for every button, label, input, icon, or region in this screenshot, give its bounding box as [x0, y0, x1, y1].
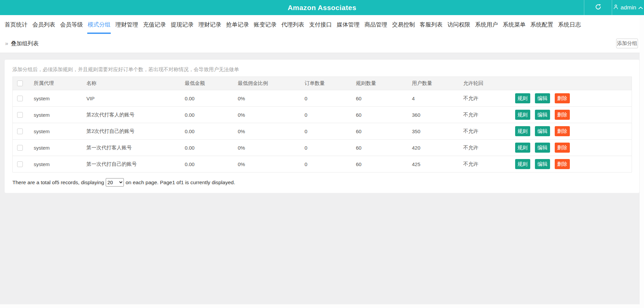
refresh-button[interactable] — [584, 0, 612, 15]
user-menu[interactable]: admin — [612, 0, 644, 15]
rule-button[interactable]: 规则 — [515, 143, 530, 153]
cell-min-amount: 0.00 — [185, 156, 238, 172]
pagination-text-before: There are a total of5 records, displayin… — [12, 179, 104, 186]
delete-button[interactable]: 删除 — [555, 93, 570, 103]
app-title: Amazon Associates — [0, 0, 644, 15]
select-all-checkbox[interactable] — [17, 81, 23, 86]
nav-item-13[interactable]: 媒体管理 — [336, 15, 360, 34]
user-icon — [613, 4, 618, 11]
refresh-icon — [595, 3, 602, 12]
pagination-text-after: on each page. Page1 of1 is currently dis… — [126, 179, 235, 186]
cell-user-count: 420 — [412, 140, 463, 156]
cell-agent: system — [34, 90, 87, 107]
nav-item-9[interactable]: 抢单记录 — [226, 15, 249, 34]
row-checkbox[interactable] — [17, 112, 23, 118]
cell-min-amount: 0.00 — [185, 140, 238, 156]
edit-button[interactable]: 编辑 — [535, 143, 550, 153]
rule-button[interactable]: 规则 — [515, 126, 530, 136]
col-header-actions — [515, 77, 632, 90]
nav-item-18[interactable]: 系统用户 — [475, 15, 498, 34]
nav-item-17[interactable]: 访问权限 — [447, 15, 470, 34]
cell-agent: system — [34, 140, 87, 156]
col-header-rule-count: 规则数量 — [356, 77, 412, 90]
nav-item-15[interactable]: 交易控制 — [392, 15, 415, 34]
nav-item-20[interactable]: 系统配置 — [530, 15, 554, 34]
nav-item-11[interactable]: 代理列表 — [281, 15, 305, 34]
nav-item-6[interactable]: 充值记录 — [143, 15, 166, 34]
col-header-name: 名称 — [87, 77, 185, 90]
content-panel: 添加分组后，必须添加规则，并且规则需要对应好订单个数，若出现不对称情况，会导致用… — [5, 60, 639, 193]
add-group-button[interactable]: 添加分组 — [616, 39, 638, 48]
cell-min-amount: 0.00 — [185, 123, 238, 140]
row-checkbox[interactable] — [17, 96, 23, 101]
cell-name: 第一次代打客人账号 — [87, 140, 185, 156]
horizontal-scrollbar[interactable] — [0, 304, 640, 308]
table-header-row: 所属代理 名称 最低金额 最低佣金比例 订单数量 规则数量 用户数量 允许轮回 — [13, 77, 632, 90]
cell-user-count: 350 — [412, 123, 463, 140]
cell-rule-count: 60 — [356, 156, 412, 172]
admin-page: { "colors": { "header_bg": "#19bdba", "n… — [0, 0, 644, 308]
table-row: system VIP 0.00 0% 0 60 4 不允许 规则 编辑 删除 — [13, 90, 632, 107]
col-header-user-count: 用户数量 — [412, 77, 463, 90]
rule-button[interactable]: 规则 — [515, 93, 530, 103]
nav-item-16[interactable]: 客服列表 — [419, 15, 443, 34]
vertical-scrollbar[interactable] — [640, 15, 644, 308]
nav-item-4-active[interactable]: 模式分组 — [87, 15, 111, 34]
breadcrumb-arrows-icon: » — [5, 40, 8, 47]
groups-table: 所属代理 名称 最低金额 最低佣金比例 订单数量 规则数量 用户数量 允许轮回 … — [12, 76, 632, 172]
nav-item-5[interactable]: 理财管理 — [115, 15, 139, 34]
cell-agent: system — [34, 123, 87, 140]
table-row: system 第2次代打自己的账号 0.00 0% 0 60 350 不允许 规… — [13, 123, 632, 140]
nav-item-19[interactable]: 系统菜单 — [502, 15, 526, 34]
cell-rule-count: 60 — [356, 107, 412, 123]
cell-order-count: 0 — [305, 90, 356, 107]
cell-min-amount: 0.00 — [185, 107, 238, 123]
rule-button[interactable]: 规则 — [515, 110, 530, 120]
edit-button[interactable]: 编辑 — [535, 159, 550, 169]
page-size-select[interactable]: 20 — [106, 178, 124, 187]
cell-rule-count: 60 — [356, 90, 412, 107]
notice-text: 添加分组后，必须添加规则，并且规则需要对应好订单个数，若出现不对称情况，会导致用… — [12, 66, 632, 73]
delete-button[interactable]: 删除 — [555, 143, 570, 153]
chevron-up-icon — [638, 4, 643, 11]
app-header: Amazon Associates admin — [0, 0, 644, 15]
pagination: There are a total of5 records, displayin… — [12, 178, 632, 187]
nav-item-10[interactable]: 账变记录 — [253, 15, 277, 34]
username-label: admin — [621, 4, 636, 11]
main-nav: 首页统计 会员列表 会员等级 模式分组 理财管理 充值记录 提现记录 理财记录 … — [0, 15, 644, 34]
cell-min-commission: 0% — [238, 140, 305, 156]
edit-button[interactable]: 编辑 — [535, 93, 550, 103]
nav-item-2[interactable]: 会员列表 — [32, 15, 55, 34]
delete-button[interactable]: 删除 — [555, 126, 570, 136]
row-checkbox[interactable] — [17, 129, 23, 134]
nav-item-7[interactable]: 提现记录 — [170, 15, 194, 34]
col-header-order-count: 订单数量 — [305, 77, 356, 90]
cell-order-count: 0 — [305, 156, 356, 172]
nav-item-21[interactable]: 系统日志 — [558, 15, 581, 34]
nav-item-1[interactable]: 首页统计 — [4, 15, 28, 34]
edit-button[interactable]: 编辑 — [535, 110, 550, 120]
toolbar: » 叠加组列表 添加分组 — [0, 34, 644, 53]
row-checkbox[interactable] — [17, 161, 23, 167]
rule-button[interactable]: 规则 — [515, 159, 530, 169]
nav-item-3[interactable]: 会员等级 — [60, 15, 83, 34]
edit-button[interactable]: 编辑 — [535, 126, 550, 136]
cell-min-commission: 0% — [238, 107, 305, 123]
cell-order-count: 0 — [305, 123, 356, 140]
cell-allow-loop: 不允许 — [463, 156, 515, 172]
cell-name: 第2次代打客人的账号 — [87, 107, 185, 123]
delete-button[interactable]: 删除 — [555, 110, 570, 120]
cell-allow-loop: 不允许 — [463, 90, 515, 107]
col-header-agent: 所属代理 — [34, 77, 87, 90]
nav-item-8[interactable]: 理财记录 — [198, 15, 221, 34]
cell-agent: system — [34, 156, 87, 172]
col-header-min-commission: 最低佣金比例 — [238, 77, 305, 90]
nav-item-14[interactable]: 商品管理 — [364, 15, 388, 34]
delete-button[interactable]: 删除 — [555, 159, 570, 169]
cell-user-count: 425 — [412, 156, 463, 172]
breadcrumb-label: 叠加组列表 — [11, 40, 39, 47]
cell-rule-count: 60 — [356, 140, 412, 156]
nav-item-12[interactable]: 支付接口 — [309, 15, 332, 34]
row-checkbox[interactable] — [17, 145, 23, 151]
cell-user-count: 360 — [412, 107, 463, 123]
